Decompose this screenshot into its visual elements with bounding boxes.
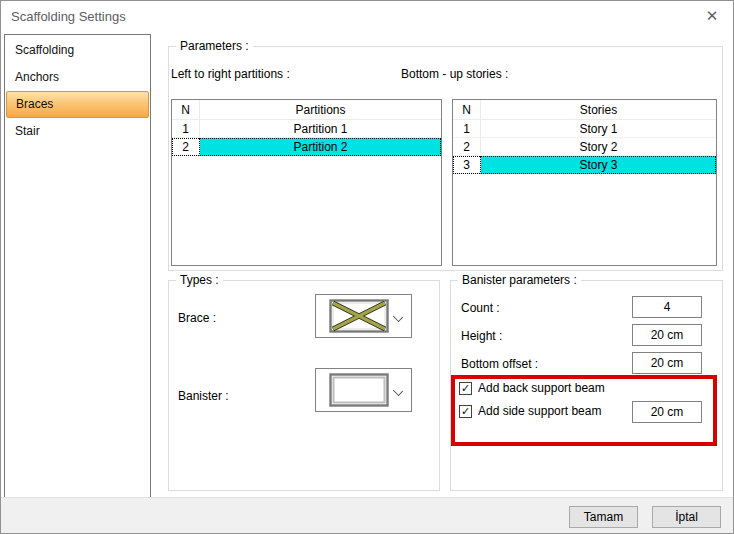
checkbox-checked-icon: ✓	[459, 405, 472, 418]
parameters-group-label: Parameters :	[176, 39, 253, 53]
stories-header-name: Stories	[481, 100, 716, 120]
brace-label: Brace :	[178, 311, 216, 325]
partitions-header-n: N	[172, 100, 200, 120]
cross-brace-icon	[329, 299, 389, 333]
chevron-down-icon	[394, 313, 402, 321]
stories-header-n: N	[453, 100, 481, 120]
partitions-header-name: Partitions	[200, 100, 441, 120]
table-row[interactable]: 2 Story 2	[453, 138, 716, 156]
bottom-offset-label: Bottom offset :	[461, 357, 538, 371]
scaffolding-settings-dialog: Scaffolding Settings ✕ Scaffolding Ancho…	[0, 0, 734, 534]
banister-parameters-group-label: Banister parameters :	[458, 273, 581, 287]
banister-type-dropdown[interactable]	[315, 368, 412, 412]
cancel-button[interactable]: İptal	[652, 506, 721, 528]
count-field[interactable]	[632, 296, 702, 318]
sidebar-item-braces[interactable]: Braces	[6, 91, 149, 118]
sidebar-item-anchors[interactable]: Anchors	[6, 64, 149, 91]
row-name: Story 2	[481, 138, 716, 156]
category-sidebar: Scaffolding Anchors Braces Stair	[4, 34, 151, 498]
table-row[interactable]: 1 Story 1	[453, 120, 716, 138]
height-field[interactable]	[632, 324, 702, 346]
add-back-support-label: Add back support beam	[478, 381, 605, 395]
side-support-value-field[interactable]	[632, 401, 702, 423]
ok-button[interactable]: Tamam	[569, 506, 638, 528]
sidebar-item-stair[interactable]: Stair	[6, 118, 149, 145]
height-label: Height :	[461, 329, 502, 343]
add-side-support-checkbox[interactable]: ✓ Add side support beam	[459, 404, 601, 418]
title-bar: Scaffolding Settings ✕	[1, 1, 733, 31]
row-index: 2	[453, 138, 481, 156]
stories-header-row: N Stories	[453, 100, 716, 120]
table-row-selected[interactable]: 3 Story 3	[453, 156, 716, 174]
row-name: Partition 2	[200, 138, 441, 156]
types-group-label: Types :	[176, 273, 223, 287]
stories-label: Bottom - up stories :	[401, 67, 508, 81]
row-index: 1	[172, 120, 200, 138]
row-index: 3	[453, 156, 481, 174]
table-row[interactable]: 1 Partition 1	[172, 120, 441, 138]
partitions-table: N Partitions 1 Partition 1 2 Partition 2	[171, 99, 442, 266]
row-name: Story 1	[481, 120, 716, 138]
footer-bar: Tamam İptal	[1, 497, 733, 533]
dialog-title: Scaffolding Settings	[11, 9, 126, 24]
sidebar-item-scaffolding[interactable]: Scaffolding	[6, 37, 149, 64]
partitions-header-row: N Partitions	[172, 100, 441, 120]
table-row-selected[interactable]: 2 Partition 2	[172, 138, 441, 156]
row-name: Story 3	[481, 156, 716, 174]
partitions-label: Left to right partitions :	[171, 67, 290, 81]
add-back-support-checkbox[interactable]: ✓ Add back support beam	[459, 381, 605, 395]
checkbox-checked-icon: ✓	[459, 382, 472, 395]
row-index: 1	[453, 120, 481, 138]
brace-type-dropdown[interactable]	[315, 294, 412, 338]
close-icon[interactable]: ✕	[699, 4, 725, 28]
stories-table: N Stories 1 Story 1 2 Story 2 3 Story 3	[452, 99, 717, 266]
row-name: Partition 1	[200, 120, 441, 138]
rectangle-frame-icon	[329, 373, 389, 407]
bottom-offset-field[interactable]	[632, 352, 702, 374]
add-side-support-label: Add side support beam	[478, 404, 601, 418]
banister-label: Banister :	[178, 389, 229, 403]
row-index: 2	[172, 138, 200, 156]
count-label: Count :	[461, 301, 500, 315]
chevron-down-icon	[394, 387, 402, 395]
